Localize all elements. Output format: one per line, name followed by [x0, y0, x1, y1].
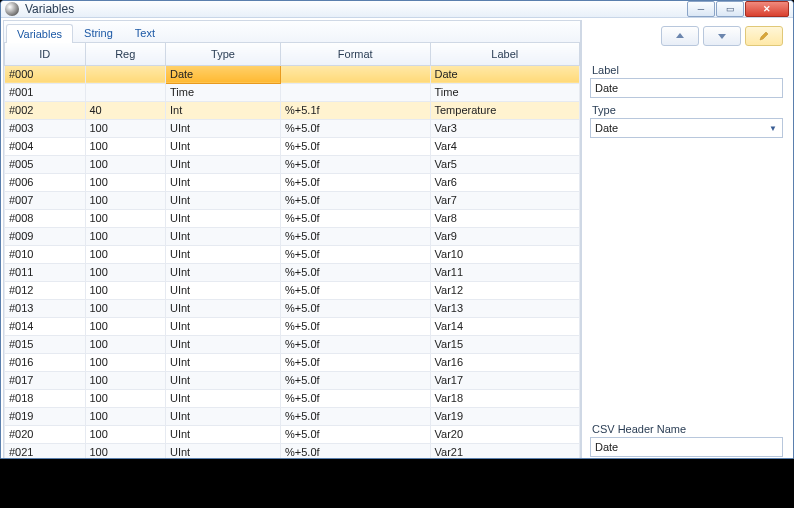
- cell-id[interactable]: #008: [5, 209, 86, 227]
- csv-field[interactable]: [590, 437, 783, 457]
- table-row[interactable]: #014100UInt%+5.0fVar14: [5, 317, 580, 335]
- cell-reg[interactable]: 100: [85, 443, 166, 459]
- cell-id[interactable]: #002: [5, 101, 86, 119]
- cell-type[interactable]: UInt: [166, 407, 281, 425]
- table-row[interactable]: #001TimeTime: [5, 83, 580, 101]
- table-row[interactable]: #020100UInt%+5.0fVar20: [5, 425, 580, 443]
- cell-type[interactable]: UInt: [166, 299, 281, 317]
- close-button[interactable]: ✕: [745, 1, 789, 17]
- cell-reg[interactable]: 100: [85, 191, 166, 209]
- col-format[interactable]: Format: [281, 43, 431, 65]
- cell-type[interactable]: UInt: [166, 335, 281, 353]
- cell-id[interactable]: #017: [5, 371, 86, 389]
- cell-format[interactable]: %+5.0f: [281, 209, 431, 227]
- cell-format[interactable]: %+5.0f: [281, 425, 431, 443]
- cell-format[interactable]: %+5.0f: [281, 281, 431, 299]
- cell-format[interactable]: %+5.0f: [281, 263, 431, 281]
- cell-id[interactable]: #006: [5, 173, 86, 191]
- table-row[interactable]: #013100UInt%+5.0fVar13: [5, 299, 580, 317]
- table-row[interactable]: #000DateDate: [5, 65, 580, 83]
- tab-text[interactable]: Text: [124, 23, 166, 42]
- cell-format[interactable]: %+5.0f: [281, 227, 431, 245]
- cell-reg[interactable]: 100: [85, 389, 166, 407]
- cell-label[interactable]: Date: [430, 65, 580, 83]
- cell-format[interactable]: %+5.0f: [281, 371, 431, 389]
- table-row[interactable]: #019100UInt%+5.0fVar19: [5, 407, 580, 425]
- cell-format[interactable]: %+5.0f: [281, 173, 431, 191]
- cell-format[interactable]: %+5.0f: [281, 245, 431, 263]
- cell-format[interactable]: %+5.0f: [281, 335, 431, 353]
- cell-type[interactable]: UInt: [166, 281, 281, 299]
- cell-id[interactable]: #020: [5, 425, 86, 443]
- cell-reg[interactable]: 100: [85, 353, 166, 371]
- col-type[interactable]: Type: [166, 43, 281, 65]
- cell-id[interactable]: #018: [5, 389, 86, 407]
- cell-type[interactable]: UInt: [166, 227, 281, 245]
- cell-format[interactable]: [281, 65, 431, 83]
- cell-id[interactable]: #001: [5, 83, 86, 101]
- label-field[interactable]: [590, 78, 783, 98]
- cell-type[interactable]: UInt: [166, 173, 281, 191]
- cell-label[interactable]: Var5: [430, 155, 580, 173]
- col-label[interactable]: Label: [430, 43, 580, 65]
- cell-format[interactable]: %+5.0f: [281, 407, 431, 425]
- table-row[interactable]: #021100UInt%+5.0fVar21: [5, 443, 580, 459]
- cell-id[interactable]: #013: [5, 299, 86, 317]
- cell-label[interactable]: Var19: [430, 407, 580, 425]
- cell-label[interactable]: Var12: [430, 281, 580, 299]
- type-combo[interactable]: Date ▼: [590, 118, 783, 138]
- cell-format[interactable]: %+5.0f: [281, 155, 431, 173]
- table-row[interactable]: #015100UInt%+5.0fVar15: [5, 335, 580, 353]
- tab-string[interactable]: String: [73, 23, 124, 42]
- cell-label[interactable]: Var9: [430, 227, 580, 245]
- table-row[interactable]: #007100UInt%+5.0fVar7: [5, 191, 580, 209]
- cell-reg[interactable]: 100: [85, 263, 166, 281]
- table-row[interactable]: #016100UInt%+5.0fVar16: [5, 353, 580, 371]
- cell-reg[interactable]: 100: [85, 281, 166, 299]
- table-row[interactable]: #00240Int%+5.1fTemperature: [5, 101, 580, 119]
- table-row[interactable]: #010100UInt%+5.0fVar10: [5, 245, 580, 263]
- cell-reg[interactable]: [85, 65, 166, 83]
- cell-format[interactable]: %+5.1f: [281, 101, 431, 119]
- table-scroll[interactable]: IDRegTypeFormatLabel #000DateDate#001Tim…: [4, 43, 580, 459]
- cell-format[interactable]: %+5.0f: [281, 137, 431, 155]
- table-row[interactable]: #003100UInt%+5.0fVar3: [5, 119, 580, 137]
- col-reg[interactable]: Reg: [85, 43, 166, 65]
- cell-label[interactable]: Var6: [430, 173, 580, 191]
- cell-reg[interactable]: 100: [85, 335, 166, 353]
- cell-type[interactable]: Time: [166, 83, 281, 101]
- cell-reg[interactable]: 100: [85, 371, 166, 389]
- table-row[interactable]: #006100UInt%+5.0fVar6: [5, 173, 580, 191]
- cell-type[interactable]: UInt: [166, 155, 281, 173]
- cell-id[interactable]: #015: [5, 335, 86, 353]
- cell-label[interactable]: Time: [430, 83, 580, 101]
- title-bar[interactable]: Variables ─ ▭ ✕: [1, 1, 793, 18]
- cell-type[interactable]: UInt: [166, 137, 281, 155]
- col-id[interactable]: ID: [5, 43, 86, 65]
- cell-type[interactable]: UInt: [166, 443, 281, 459]
- cell-id[interactable]: #000: [5, 65, 86, 83]
- cell-id[interactable]: #004: [5, 137, 86, 155]
- cell-type[interactable]: UInt: [166, 245, 281, 263]
- table-row[interactable]: #017100UInt%+5.0fVar17: [5, 371, 580, 389]
- move-up-button[interactable]: [661, 26, 699, 46]
- table-row[interactable]: #011100UInt%+5.0fVar11: [5, 263, 580, 281]
- cell-id[interactable]: #003: [5, 119, 86, 137]
- cell-label[interactable]: Temperature: [430, 101, 580, 119]
- cell-label[interactable]: Var14: [430, 317, 580, 335]
- cell-reg[interactable]: 100: [85, 227, 166, 245]
- cell-id[interactable]: #019: [5, 407, 86, 425]
- cell-label[interactable]: Var17: [430, 371, 580, 389]
- cell-reg[interactable]: 100: [85, 299, 166, 317]
- minimize-button[interactable]: ─: [687, 1, 715, 17]
- cell-format[interactable]: %+5.0f: [281, 299, 431, 317]
- cell-type[interactable]: UInt: [166, 317, 281, 335]
- cell-label[interactable]: Var4: [430, 137, 580, 155]
- cell-label[interactable]: Var15: [430, 335, 580, 353]
- cell-format[interactable]: %+5.0f: [281, 119, 431, 137]
- table-row[interactable]: #012100UInt%+5.0fVar12: [5, 281, 580, 299]
- cell-id[interactable]: #012: [5, 281, 86, 299]
- cell-format[interactable]: %+5.0f: [281, 443, 431, 459]
- cell-label[interactable]: Var21: [430, 443, 580, 459]
- cell-reg[interactable]: 100: [85, 425, 166, 443]
